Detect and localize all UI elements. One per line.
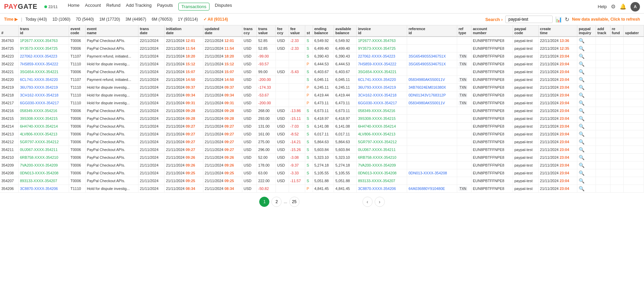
col-add-track[interactable]: addtrack <box>596 25 610 37</box>
col-fee-value[interactable]: feevalue <box>289 25 305 37</box>
cell-paypal-inquiry[interactable]: 🔍 <box>577 138 596 146</box>
inquiry-search-button[interactable]: 🔍 <box>579 139 584 145</box>
inquiry-search-button[interactable]: 🔍 <box>579 163 584 168</box>
col-paypal-code[interactable]: paypalcode <box>513 25 538 37</box>
prev-page-button[interactable]: ‹ <box>362 197 373 207</box>
cell-paypal-inquiry[interactable]: 🔍 <box>577 123 596 130</box>
inquiry-search-button[interactable]: 🔍 <box>579 46 584 51</box>
search-link[interactable]: Search › <box>485 17 503 22</box>
cell-invoice-id[interactable]: 1P2677-XXXX-354763 <box>356 37 407 45</box>
inquiry-search-button[interactable]: 🔍 <box>579 178 584 183</box>
cell-paypal-inquiry[interactable]: 🔍 <box>577 52 596 60</box>
inquiry-search-button[interactable]: 🔍 <box>579 116 584 121</box>
inquiry-search-button[interactable]: 🔍 <box>579 108 584 113</box>
nav-transactions[interactable]: Transactions <box>178 3 209 10</box>
filter-7d[interactable]: 7D (5440) <box>74 16 96 22</box>
cell-trans-id[interactable]: 058349-XXXX-354216 <box>18 107 69 115</box>
search-input[interactable] <box>505 16 553 23</box>
nav-account[interactable]: Account <box>85 3 101 10</box>
cell-trans-id[interactable]: 3SG654-XXXX-354221 <box>18 68 69 76</box>
cell-invoice-id[interactable]: 6GG030-XXXX-354217 <box>356 99 407 107</box>
notification-icon[interactable]: 🔔 <box>620 3 626 10</box>
col-ref-type[interactable]: reftype <box>457 25 471 37</box>
cell-paypal-inquiry[interactable]: 🔍 <box>577 130 596 138</box>
col-available-balance[interactable]: availablebalance <box>334 25 357 37</box>
col-account-number[interactable]: accountnumber <box>471 25 513 37</box>
cell-trans-id[interactable]: 6RB758-XXXX-354210 <box>18 154 69 161</box>
nav-help[interactable]: Help <box>598 4 607 9</box>
cell-invoice-id[interactable]: 39S308-XXXX-354215 <box>356 115 407 123</box>
col-fee-ccy[interactable]: feeccy <box>275 25 289 37</box>
cell-invoice-id[interactable]: 6RB758-XXXX-354210 <box>356 154 407 161</box>
col-invoice-id[interactable]: invoiceid <box>356 25 407 37</box>
inquiry-search-button[interactable]: 🔍 <box>579 155 584 160</box>
col-updater[interactable]: updater <box>624 25 644 37</box>
cell-invoice-id[interactable]: 6H4740-XXXX-354214 <box>356 123 407 130</box>
cell-trans-id[interactable]: 0UJ067-XXXX-354211 <box>18 146 69 154</box>
new-data-message[interactable]: New data available, Click to refresh <box>572 17 640 22</box>
inquiry-search-button[interactable]: 🔍 <box>579 186 584 191</box>
cell-reference-id[interactable]: 34B76024EM016380X <box>407 84 457 91</box>
col-ending-balance[interactable]: endingbalance <box>313 25 334 37</box>
col-trans-id[interactable]: transid <box>18 25 69 37</box>
cell-invoice-id[interactable]: 058349-XXXX-354216 <box>356 107 407 115</box>
excel-export-icon[interactable]: 📊 <box>555 16 562 23</box>
cell-paypal-inquiry[interactable]: 🔍 <box>577 60 596 68</box>
nav-payouts[interactable]: Payouts <box>157 3 173 10</box>
cell-invoice-id[interactable]: 3CH162-XXXX-354218 <box>356 91 407 99</box>
inquiry-search-button[interactable]: 🔍 <box>579 53 584 59</box>
col-paypal-inquiry[interactable]: paypalinquiry <box>577 25 596 37</box>
cell-paypal-inquiry[interactable]: 🔍 <box>577 115 596 123</box>
cell-reference-id[interactable]: 05834980AK550011V <box>407 99 457 107</box>
avatar-button[interactable]: A <box>630 2 640 12</box>
cell-invoice-id[interactable]: 0UJ067-XXXX-354211 <box>356 146 407 154</box>
nav-disputes[interactable]: Disputes <box>215 3 232 10</box>
cell-trans-id[interactable]: 6H4740-XXXX-354214 <box>18 123 69 130</box>
cell-trans-id[interactable]: 39S308-XXXX-354215 <box>18 115 69 123</box>
col-trans-ccy[interactable]: transccy <box>242 25 257 37</box>
cell-trans-id[interactable]: 36U793-XXXX-354219 <box>18 84 69 91</box>
cell-invoice-id[interactable]: 9Y3573-XXXX-354725 <box>356 45 407 52</box>
cell-reference-id[interactable]: 3SG65490S5346751X <box>407 52 457 60</box>
nav-home[interactable]: Home <box>68 3 80 10</box>
cell-trans-id[interactable]: 4LV806-XXXX-354213 <box>18 130 69 138</box>
inquiry-search-button[interactable]: 🔍 <box>579 124 584 129</box>
cell-paypal-inquiry[interactable]: 🔍 <box>577 45 596 52</box>
cell-trans-id[interactable]: 7HS859-XXXX-354222 <box>18 60 69 68</box>
cell-invoice-id[interactable]: 7VA200-XXXX-354209 <box>356 161 407 169</box>
filter-1y[interactable]: 1Y (93114) <box>176 16 200 22</box>
cell-trans-id[interactable]: 9Y3573-XXXX-354725 <box>18 45 69 52</box>
cell-paypal-inquiry[interactable]: 🔍 <box>577 76 596 84</box>
filter-3m[interactable]: 3M (44967) <box>124 16 148 22</box>
col-trans-value[interactable]: transvalue <box>257 25 276 37</box>
cell-paypal-inquiry[interactable]: 🔍 <box>577 177 596 185</box>
cell-invoice-id[interactable]: 7HS859-XXXX-354222 <box>356 60 407 68</box>
filter-6m[interactable]: 6M (76053) <box>150 16 174 22</box>
filter-1m[interactable]: 1M (17720) <box>97 16 122 22</box>
nav-add-tracking[interactable]: Add Tracking <box>126 3 152 10</box>
col-num[interactable]: # <box>0 25 18 37</box>
cell-reference-id[interactable]: 0DN01343V1768312P <box>407 91 457 99</box>
col-reference-id[interactable]: referenceid <box>407 25 457 37</box>
cell-trans-id[interactable]: 6GG030-XXXX-354217 <box>18 99 69 107</box>
cell-trans-id[interactable]: 5GR797-XXXX-354212 <box>18 138 69 146</box>
cell-invoice-id[interactable]: 893133-XXXX-354207 <box>356 177 407 185</box>
col-updated-date[interactable]: updateddate <box>203 25 242 37</box>
filter-today[interactable]: Today (443) <box>23 16 49 22</box>
inquiry-search-button[interactable]: 🔍 <box>579 170 584 176</box>
cell-invoice-id[interactable]: 36U793-XXXX-354219 <box>356 84 407 91</box>
inquiry-search-button[interactable]: 🔍 <box>579 100 584 106</box>
inquiry-search-button[interactable]: 🔍 <box>579 69 584 74</box>
nav-refund[interactable]: Refund <box>106 3 120 10</box>
cell-invoice-id[interactable]: 4LV806-XXXX-354213 <box>356 130 407 138</box>
cell-paypal-inquiry[interactable]: 🔍 <box>577 107 596 115</box>
col-event-name[interactable]: eventname <box>85 25 138 37</box>
page-1-button[interactable]: 1 <box>259 197 269 207</box>
cell-invoice-id[interactable]: 3SG654-XXXX-354221 <box>356 68 407 76</box>
filter-all[interactable]: ✓ All (93114) <box>201 16 230 22</box>
cell-trans-id[interactable]: 7VA200-XXXX-354209 <box>18 161 69 169</box>
inquiry-search-button[interactable]: 🔍 <box>579 38 584 43</box>
inquiry-search-button[interactable]: 🔍 <box>579 147 584 152</box>
inquiry-search-button[interactable]: 🔍 <box>579 131 584 137</box>
cell-paypal-inquiry[interactable]: 🔍 <box>577 84 596 91</box>
